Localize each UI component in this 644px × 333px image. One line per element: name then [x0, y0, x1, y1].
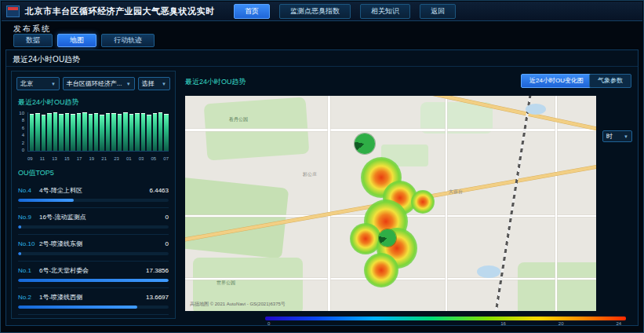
nav-knowledge[interactable]: 相关知识 — [360, 4, 410, 19]
chevron-down-icon: ▼ — [126, 82, 131, 86]
map-road — [446, 96, 447, 311]
x-tick-label: 09 — [27, 156, 33, 161]
ou-change-chart-button[interactable]: 近24小时OU变化图 — [521, 74, 592, 88]
top5-name: 16号-流动监测点 — [39, 213, 166, 221]
trend-y-axis: 1086420 — [16, 111, 26, 152]
trend-bar — [94, 113, 98, 151]
trend-bar — [129, 114, 133, 151]
top5-row: No.4 4号-降尘上料区 6.4463 — [18, 181, 169, 208]
top5-name: 2号-喷漆线东侧 — [39, 240, 166, 248]
trend-bar — [89, 114, 93, 151]
publish-system-label: 发布系统 — [13, 24, 51, 35]
trend-bar — [100, 115, 104, 151]
app-header: 北京市丰台区循环经济产业园大气恶臭状况实时 首页 监测点恶臭指数 相关知识 返回 — [2, 2, 642, 21]
app-title: 北京市丰台区循环经济产业园大气恶臭状况实时 — [25, 5, 215, 17]
tab-map[interactable]: 地图 — [57, 34, 96, 47]
top5-name: 4号-降尘上料区 — [39, 186, 150, 195]
top5-progress-track — [18, 306, 169, 309]
station-select[interactable]: 选择 ▼ — [138, 77, 170, 90]
trend-bar — [147, 115, 151, 151]
top5-value: 0 — [166, 214, 169, 221]
trend-bar — [30, 114, 34, 151]
top5-value: 17.3856 — [146, 267, 169, 274]
top5-rank: No.10 — [18, 240, 39, 247]
map-canvas[interactable]: 看丹公园 大葆台 世界公园 郭公庄 高德地图 © 2021 AutoNavi -… — [185, 96, 596, 311]
top5-name: 6号-北天堂村委会 — [39, 266, 146, 275]
top5-value: 13.6697 — [146, 294, 169, 301]
map-label: 郭公庄 — [303, 171, 317, 178]
top5-rank: No.1 — [18, 267, 39, 274]
station-pie-marker[interactable] — [355, 134, 375, 154]
map-road — [185, 129, 596, 131]
top5-row: No.1 6号-北天堂村委会 17.3856 — [18, 262, 169, 288]
area-select[interactable]: 丰台区循环经济产... ▼ — [63, 77, 135, 90]
nav-odor-index[interactable]: 监测点恶臭指数 — [279, 4, 351, 19]
top5-section-title: OU值TOP5 — [18, 168, 175, 178]
x-tick-label: 17 — [77, 156, 82, 161]
map-label: 看丹公园 — [229, 116, 248, 123]
weather-params-button[interactable]: 气象参数 — [589, 74, 631, 88]
station-pie-marker[interactable] — [379, 229, 396, 247]
x-tick-label: 03 — [139, 156, 144, 161]
y-tick-label: 10 — [19, 111, 24, 115]
top5-progress-track — [18, 279, 169, 282]
map-park-area — [518, 262, 596, 311]
heatmap-legend-ticks: 0162024 — [265, 321, 626, 328]
x-tick-label: 13 — [52, 156, 57, 161]
trend-bar — [71, 114, 75, 151]
x-tick-label: 07 — [163, 156, 169, 161]
tab-data[interactable]: 数据 — [13, 34, 53, 47]
top5-progress-track — [18, 225, 169, 229]
heatmap-blob — [411, 190, 435, 214]
map-section-title: 最近24小时OU趋势 — [185, 77, 246, 87]
station-select-value: 选择 — [142, 79, 155, 88]
trend-bar — [153, 113, 157, 151]
city-select[interactable]: 北京 ▼ — [16, 77, 60, 90]
top5-progress-track — [18, 252, 169, 255]
legend-tick-label: 24 — [616, 321, 621, 326]
top5-progress-fill — [18, 199, 74, 202]
tab-track[interactable]: 行动轨迹 — [101, 34, 155, 47]
top5-progress-fill — [18, 225, 21, 229]
trend-bar — [53, 112, 57, 151]
map-water — [477, 265, 500, 278]
nav-home[interactable]: 首页 — [234, 4, 270, 19]
trend-bar — [164, 114, 168, 151]
chevron-down-icon: ▼ — [624, 134, 628, 139]
trend-bar — [106, 113, 110, 151]
trend-bar — [65, 113, 69, 151]
top5-progress-fill — [18, 279, 169, 282]
trend-bar — [47, 113, 51, 151]
top5-name: 1号-喷漆线西侧 — [39, 293, 146, 302]
y-tick-label: 0 — [22, 148, 24, 152]
top5-progress-track — [18, 199, 169, 202]
filter-bar: 北京 ▼ 丰台区循环经济产... ▼ 选择 ▼ — [12, 71, 175, 90]
trend-bar — [118, 114, 122, 151]
view-tabs: 数据 地图 行动轨迹 — [13, 34, 155, 47]
main-nav: 首页 监测点恶臭指数 相关知识 返回 — [234, 4, 456, 19]
trend-bar — [42, 115, 45, 151]
time-unit-select[interactable]: 时 ▼ — [602, 130, 632, 142]
top5-rank: No.2 — [18, 294, 39, 301]
map-label: 大葆台 — [449, 188, 463, 196]
map-attribution: 高德地图 © 2021 AutoNavi - GS(2021)6375号 — [190, 301, 286, 308]
main-panel-header: 最近24小时OU趋势 — [6, 50, 638, 67]
area-select-value: 丰台区循环经济产... — [67, 79, 122, 88]
top5-rank: No.9 — [18, 214, 39, 221]
map-water — [526, 104, 546, 115]
top5-value: 6.4463 — [150, 187, 169, 194]
top5-rank: No.4 — [18, 187, 39, 194]
legend-tick-label: 16 — [500, 321, 506, 326]
ou-top5-list: No.4 4号-降尘上料区 6.4463 No.9 16号-流动监测点 0 — [12, 181, 175, 315]
x-tick-label: 21 — [101, 156, 107, 161]
top5-row: No.2 1号-喷漆线西侧 13.6697 — [18, 288, 169, 315]
map-road — [328, 96, 330, 311]
map-road — [555, 96, 557, 311]
trend-bar — [59, 114, 63, 151]
dashboard-page: 北京市丰台区循环经济产业园大气恶臭状况实时 首页 监测点恶臭指数 相关知识 返回… — [0, 0, 644, 333]
legend-tick-label: 0 — [267, 321, 270, 326]
top5-value: 0 — [166, 240, 169, 247]
top5-progress-fill — [18, 252, 21, 255]
trend-bar — [82, 112, 86, 151]
nav-back[interactable]: 返回 — [420, 4, 456, 19]
